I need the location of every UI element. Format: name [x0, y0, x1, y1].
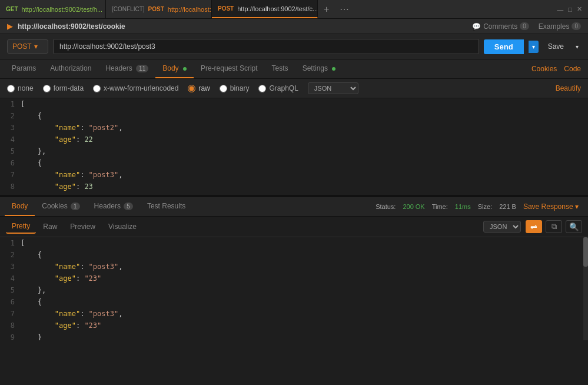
req-line-2: 2 { — [0, 110, 588, 122]
save-button[interactable]: Save — [543, 39, 569, 54]
tab-get[interactable]: GET http://localhost:9002/test/h... — [0, 0, 106, 18]
response-body-editor[interactable]: 1 [ 2 { 3 "name": "post3", 4 "age": "23" — [0, 237, 588, 340]
url-bar: POST ▾ Send ▾ Save ▾ — [0, 34, 588, 59]
maximize-button[interactable]: □ — [568, 6, 572, 13]
wrap-icon: ⇌ — [530, 222, 537, 231]
res-line-2: 2 { — [0, 249, 582, 261]
res-tab-headers[interactable]: Headers 5 — [87, 197, 140, 216]
res-line-4: 4 "age": "23" — [0, 273, 582, 284]
tab-post-conflict[interactable]: [CONFLICT] POST http://localhost:9002/te… — [106, 0, 212, 18]
response-tabs-bar: Body Cookies 1 Headers 5 Test Results St… — [0, 197, 588, 217]
close-button[interactable]: ✕ — [577, 5, 582, 13]
option-graphql[interactable]: GraphQL — [258, 84, 298, 92]
tab-bar: GET http://localhost:9002/test/h... [CON… — [0, 0, 588, 19]
wrap-button[interactable]: ⇌ — [526, 220, 542, 233]
save-response-button[interactable]: Save Response ▾ — [523, 203, 579, 211]
option-none[interactable]: none — [7, 84, 34, 92]
option-none-radio[interactable] — [7, 85, 15, 92]
method-dropdown-icon: ▾ — [34, 42, 38, 51]
tab-conflict-label: [CONFLICT] — [112, 6, 145, 12]
code-link[interactable]: Code — [564, 65, 581, 73]
tab-params[interactable]: Params — [5, 59, 43, 78]
req-content-9: } — [21, 192, 588, 195]
request-body-editor[interactable]: 1 [ 2 { 3 "name": "post2", 4 "age": 22 5… — [0, 98, 588, 195]
size-value: 221 B — [499, 203, 516, 210]
res-content-6: { — [21, 296, 582, 308]
examples-button[interactable]: Examples 0 — [539, 22, 581, 31]
save-response-label: Save Response — [523, 203, 573, 211]
option-raw-radio[interactable] — [188, 85, 195, 92]
tab-authorization[interactable]: Authorization — [43, 59, 98, 78]
res-line-1: 1 [ — [0, 237, 582, 249]
method-label: POST — [12, 42, 32, 51]
option-formdata-radio[interactable] — [43, 85, 51, 92]
tab-prerequest[interactable]: Pre-request Script — [194, 59, 265, 78]
req-content-7: "name": "post3", — [21, 169, 588, 181]
send-button[interactable]: Send — [484, 39, 524, 54]
res-body-tab-preview[interactable]: Preview — [64, 220, 101, 233]
tab-more-button[interactable]: ⋯ — [335, 0, 354, 18]
response-format-select[interactable]: JSON Text — [483, 221, 521, 233]
res-tab-test-results[interactable]: Test Results — [140, 197, 192, 216]
res-body-tab-visualize[interactable]: Visualize — [102, 220, 142, 233]
res-linenum-3: 3 — [0, 261, 21, 272]
option-urlencoded[interactable]: x-www-form-urlencoded — [93, 84, 178, 92]
format-select[interactable]: JSON Text JavaScript HTML XML — [308, 82, 358, 94]
tab-settings[interactable]: Settings — [295, 59, 343, 78]
tab-headers[interactable]: Headers 11 — [98, 59, 155, 78]
req-linenum-5: 5 — [0, 145, 21, 157]
url-input[interactable] — [53, 39, 479, 54]
option-binary-radio[interactable] — [220, 85, 227, 92]
req-line-9: 9 } — [0, 192, 588, 195]
option-graphql-radio[interactable] — [258, 85, 266, 92]
tab-tests[interactable]: Tests — [265, 59, 295, 78]
tab-body[interactable]: Body — [155, 59, 194, 78]
req-line-1: 1 [ — [0, 98, 588, 110]
cookies-link[interactable]: Cookies — [531, 65, 557, 73]
option-none-label: none — [18, 84, 34, 92]
copy-icon: ⧉ — [552, 222, 557, 231]
request-tabs: Params Authorization Headers 11 Body Pre… — [0, 59, 588, 79]
minimize-button[interactable]: — — [557, 6, 563, 13]
res-linenum-1: 1 — [0, 237, 21, 248]
res-body-tab-pretty[interactable]: Pretty — [6, 220, 36, 234]
status-value: 200 OK — [403, 203, 424, 210]
res-linenum-4: 4 — [0, 273, 21, 284]
beautify-button[interactable]: Beautify — [556, 84, 581, 92]
option-urlencoded-radio[interactable] — [93, 85, 101, 92]
response-scrollbar[interactable] — [583, 237, 588, 340]
tab-add-button[interactable]: + — [318, 0, 335, 18]
option-formdata[interactable]: form-data — [43, 84, 84, 92]
res-tab-body[interactable]: Body — [5, 197, 35, 216]
req-line-5: 5 }, — [0, 145, 588, 157]
status-label: Status: — [376, 203, 396, 210]
send-dropdown-button[interactable]: ▾ — [529, 41, 539, 53]
copy-button[interactable]: ⧉ — [546, 220, 562, 233]
req-content-6: { — [21, 157, 588, 169]
res-tab-cookies[interactable]: Cookies 1 — [35, 197, 87, 216]
option-raw-label: raw — [198, 84, 210, 92]
response-status-bar: Status: 200 OK Time: 11ms Size: 221 B Sa… — [376, 203, 583, 211]
response-scrollbar-thumb[interactable] — [583, 237, 588, 267]
res-body-tab-raw[interactable]: Raw — [37, 220, 63, 233]
option-binary-label: binary — [230, 84, 250, 92]
comments-button[interactable]: 💬 Comments 0 — [472, 22, 529, 31]
method-select[interactable]: POST ▾ — [7, 39, 48, 54]
time-value: 11ms — [455, 203, 471, 210]
option-graphql-label: GraphQL — [269, 84, 298, 92]
tab-post-active[interactable]: POST http://localhost:9002/test/c... — [212, 0, 318, 18]
req-line-3: 3 "name": "post2", — [0, 122, 588, 134]
option-binary[interactable]: binary — [220, 84, 250, 92]
size-label: Size: — [478, 203, 492, 210]
search-button[interactable]: 🔍 — [566, 220, 582, 233]
response-body-tabs: Pretty Raw Preview Visualize JSON Text ⇌… — [0, 217, 588, 237]
req-content-8: "age": 23 — [21, 181, 588, 192]
tab-conflict-url: http://localhost:9002/test/... — [168, 6, 212, 13]
res-line-7: 7 "name": "post3", — [0, 308, 582, 320]
req-linenum-8: 8 — [0, 181, 21, 192]
tab-get-method: GET — [6, 6, 18, 12]
res-linenum-5: 5 — [0, 284, 21, 296]
option-raw[interactable]: raw — [188, 84, 210, 92]
req-linenum-9: 9 — [0, 192, 21, 195]
save-dropdown-button[interactable]: ▾ — [573, 41, 581, 53]
